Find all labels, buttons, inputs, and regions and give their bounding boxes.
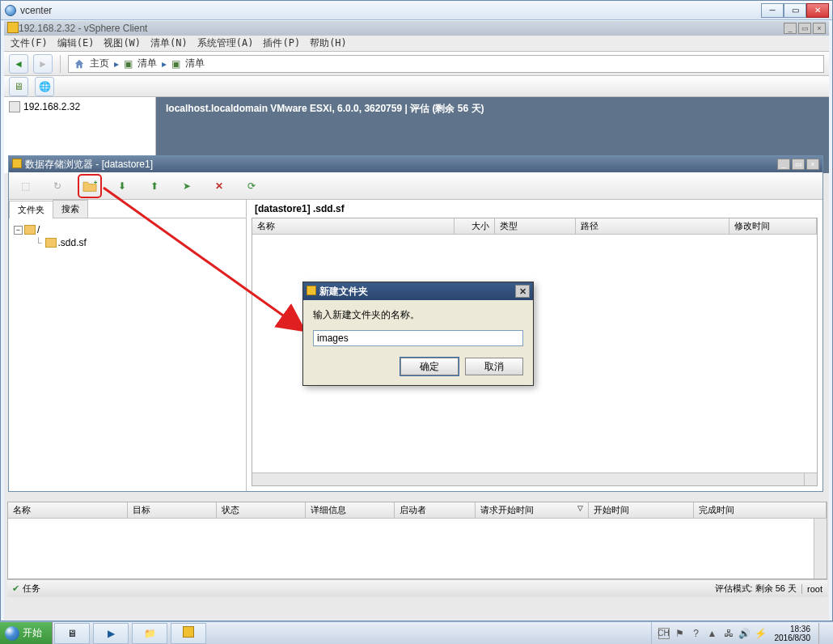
bc-home[interactable]: 主页: [90, 57, 109, 70]
ds-up-button[interactable]: ⬚: [15, 176, 35, 196]
bc-inventory[interactable]: 清单: [137, 57, 157, 70]
ok-button[interactable]: 确定: [400, 358, 459, 375]
menu-inventory[interactable]: 清单(N): [147, 36, 191, 50]
menu-file[interactable]: 文件(F): [7, 36, 51, 50]
menubar: 文件(F) 编辑(E) 视图(W) 清单(N) 系统管理(A) 插件(P) 帮助…: [4, 36, 829, 52]
col-type[interactable]: 类型: [495, 218, 576, 234]
menu-edit[interactable]: 编辑(E): [54, 36, 98, 50]
tree-collapse-icon[interactable]: −: [14, 226, 23, 235]
tray-help-icon[interactable]: ?: [691, 628, 702, 639]
vsphere-titlebar[interactable]: 192.168.2.32 - vSphere Client _ ▭ ×: [4, 21, 829, 36]
start-orb-icon: [5, 626, 19, 641]
minimize-button[interactable]: ─: [761, 3, 784, 18]
ds-scrollbar-h[interactable]: [252, 472, 804, 485]
clock[interactable]: 18:36 2016/8/30: [772, 625, 814, 642]
ime-indicator[interactable]: CH: [658, 628, 670, 639]
col-path[interactable]: 路径: [576, 218, 729, 234]
start-button[interactable]: 开始: [0, 622, 53, 645]
back-button[interactable]: ◄: [9, 54, 28, 74]
ds-title: 数据存储浏览器 - [datastore1]: [25, 158, 777, 172]
col-req-start[interactable]: 请求开始时间 ▽: [476, 502, 589, 518]
col-target[interactable]: 目标: [128, 502, 217, 518]
tree-child-label: .sdd.sf: [58, 237, 87, 248]
home-icon[interactable]: [74, 58, 85, 70]
tasks-grid: 名称 目标 状态 详细信息 启动者 请求开始时间 ▽ 开始时间 完成时间: [7, 502, 827, 579]
ds-delete-button[interactable]: ✕: [209, 176, 229, 196]
menu-view[interactable]: 视图(W): [100, 36, 144, 50]
tray-up-icon[interactable]: ▲: [707, 628, 718, 639]
bc-sep-icon: ▸: [162, 58, 167, 70]
cancel-button[interactable]: 取消: [465, 358, 523, 375]
vcenter-icon: [4, 4, 17, 17]
tasks-icon[interactable]: ✔: [12, 583, 19, 594]
col-mtime[interactable]: 修改时间: [729, 218, 817, 234]
menu-help[interactable]: 帮助(H): [307, 36, 350, 50]
powershell-icon: ▶: [108, 628, 115, 639]
bc-sep-icon: ▸: [114, 58, 119, 70]
ds-columns: 名称 大小 类型 路径 修改时间: [252, 218, 817, 235]
explorer-icon: 📁: [144, 628, 156, 639]
bc-inventory-2[interactable]: 清单: [185, 57, 205, 70]
dialog-buttons: 确定 取消: [303, 351, 533, 385]
ds-icon: [12, 159, 22, 171]
tray-sound-icon[interactable]: 🔊: [739, 628, 751, 639]
tree-child-row[interactable]: └ .sdd.sf: [14, 236, 241, 249]
folder-name-input[interactable]: [313, 330, 523, 346]
dialog-close-button[interactable]: ✕: [515, 285, 530, 298]
ds-new-folder-button[interactable]: +: [80, 176, 99, 196]
new-resource-button[interactable]: 🌐: [35, 77, 54, 96]
host-icon: [9, 101, 20, 112]
status-tasks-label[interactable]: 任务: [23, 583, 40, 595]
col-finish[interactable]: 完成时间: [694, 502, 827, 518]
forward-button[interactable]: ►: [33, 54, 53, 74]
system-tray: CH ⚑ ? ▲ 🖧 🔊 ⚡ 18:36 2016/8/30: [651, 622, 834, 644]
ds-titlebar[interactable]: 数据存储浏览器 - [datastore1] _ ▭ ×: [9, 156, 822, 172]
mdi-restore[interactable]: ▭: [798, 23, 811, 34]
maximize-button[interactable]: ▭: [784, 3, 806, 18]
tasks-scrollbar[interactable]: [814, 519, 827, 578]
outer-titlebar[interactable]: vcenter ─ ▭ ✕: [1, 1, 832, 20]
taskbar-item-powershell[interactable]: ▶: [93, 623, 129, 644]
tree-branch-icon: └: [35, 237, 42, 248]
ds-refresh-button-2[interactable]: ⟳: [242, 176, 261, 196]
close-button[interactable]: ✕: [806, 3, 829, 18]
taskbar-item-vsphere[interactable]: [171, 623, 206, 644]
col-size[interactable]: 大小: [455, 218, 495, 234]
col-name[interactable]: 名称: [252, 218, 455, 234]
taskbar-item-explorer[interactable]: 📁: [132, 623, 167, 644]
tray-network-icon[interactable]: 🖧: [723, 628, 734, 639]
col-status[interactable]: 状态: [217, 502, 306, 518]
ds-maximize[interactable]: ▭: [792, 159, 805, 170]
mdi-close[interactable]: ×: [813, 23, 826, 34]
ds-move-button[interactable]: ➤: [177, 176, 197, 196]
ds-scroll-corner: [804, 472, 817, 485]
ds-download-button[interactable]: ⬇: [112, 176, 132, 196]
ds-tab-search[interactable]: 搜索: [53, 200, 88, 218]
menu-plugins[interactable]: 插件(P): [260, 36, 303, 50]
ds-tab-folders[interactable]: 文件夹: [9, 201, 53, 218]
ds-refresh-button[interactable]: ↻: [48, 176, 67, 196]
mdi-minimize[interactable]: _: [784, 23, 797, 34]
ds-left-panel: 文件夹 搜索 − / └ .sdd.sf: [9, 200, 247, 491]
vsphere-task-icon: [183, 626, 194, 640]
show-desktop-button[interactable]: [818, 623, 827, 644]
outer-title: vcenter: [20, 5, 761, 16]
vsphere-icon: [7, 22, 19, 36]
separator: [60, 55, 61, 73]
ds-minimize[interactable]: _: [777, 159, 790, 170]
tray-flag-icon[interactable]: ⚑: [674, 628, 686, 639]
ds-upload-button[interactable]: ⬆: [145, 176, 164, 196]
tray-power-icon[interactable]: ⚡: [755, 628, 767, 639]
col-details[interactable]: 详细信息: [306, 502, 395, 518]
tree-host-item[interactable]: 192.168.2.32: [9, 100, 150, 113]
col-start[interactable]: 开始时间: [589, 502, 694, 518]
col-initiator[interactable]: 启动者: [395, 502, 476, 518]
col-name[interactable]: 名称: [8, 502, 128, 518]
ds-close[interactable]: ×: [806, 159, 819, 170]
taskbar-item-server[interactable]: 🖥: [54, 623, 90, 644]
inventory-icon: ▣: [124, 58, 133, 70]
tree-root-row[interactable]: − /: [14, 223, 241, 236]
new-vm-button[interactable]: 🖥: [9, 77, 28, 96]
menu-admin[interactable]: 系统管理(A): [194, 36, 257, 50]
dialog-titlebar[interactable]: 新建文件夹 ✕: [303, 282, 533, 300]
